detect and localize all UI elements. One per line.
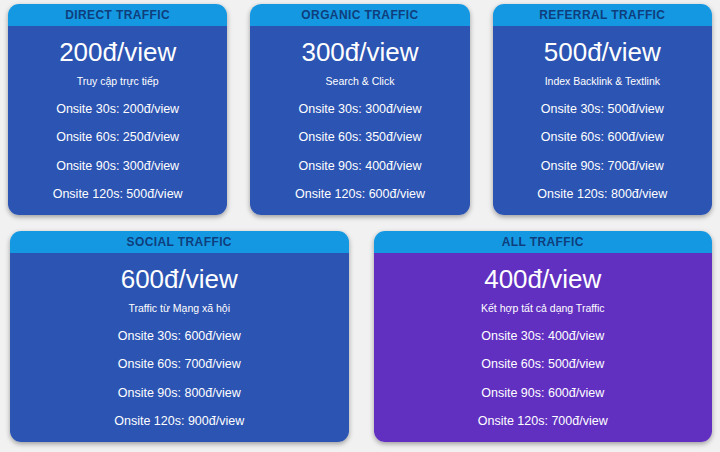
pricing-row-bottom: SOCIAL TRAFFIC 600đ/view Traffic từ Mạng… — [8, 231, 712, 442]
card-price: 300đ/view — [250, 37, 469, 67]
card-rate-onsite-30s: Onsite 30s: 200đ/view — [8, 103, 227, 116]
card-body: 600đ/view Traffic từ Mạng xã hội Onsite … — [10, 253, 349, 442]
card-subtitle: Traffic từ Mạng xã hội — [10, 302, 349, 314]
card-rate-onsite-120s: Onsite 120s: 500đ/view — [8, 188, 227, 201]
card-rate-onsite-90s: Onsite 90s: 400đ/view — [250, 160, 469, 173]
card-rate-onsite-60s: Onsite 60s: 500đ/view — [374, 358, 713, 371]
card-rate-onsite-60s: Onsite 60s: 600đ/view — [493, 131, 712, 144]
pricing-card-organic-traffic: ORGANIC TRAFFIC 300đ/view Search & Click… — [250, 4, 469, 215]
card-subtitle: Truy cập trực tiếp — [8, 75, 227, 87]
card-rate-onsite-120s: Onsite 120s: 700đ/view — [374, 415, 713, 428]
pricing-card-referral-traffic: REFERRAL TRAFFIC 500đ/view Index Backlin… — [493, 4, 712, 215]
card-body: 200đ/view Truy cập trực tiếp Onsite 30s:… — [8, 26, 227, 215]
card-rate-onsite-120s: Onsite 120s: 600đ/view — [250, 188, 469, 201]
card-title: REFERRAL TRAFFIC — [493, 4, 712, 26]
card-rate-onsite-30s: Onsite 30s: 500đ/view — [493, 103, 712, 116]
card-body: 500đ/view Index Backlink & Textlink Onsi… — [493, 26, 712, 215]
card-title: ALL TRAFFIC — [374, 231, 713, 253]
card-title: ORGANIC TRAFFIC — [250, 4, 469, 26]
pricing-card-all-traffic: ALL TRAFFIC 400đ/view Kết hợp tất cả dạn… — [374, 231, 713, 442]
card-price: 600đ/view — [10, 264, 349, 294]
card-price: 400đ/view — [374, 264, 713, 294]
card-rate-onsite-60s: Onsite 60s: 700đ/view — [10, 358, 349, 371]
card-rate-onsite-120s: Onsite 120s: 900đ/view — [10, 415, 349, 428]
card-rate-onsite-120s: Onsite 120s: 800đ/view — [493, 188, 712, 201]
card-subtitle: Search & Click — [250, 75, 469, 87]
card-rate-onsite-30s: Onsite 30s: 400đ/view — [374, 330, 713, 343]
card-rate-onsite-30s: Onsite 30s: 300đ/view — [250, 103, 469, 116]
card-rate-onsite-90s: Onsite 90s: 700đ/view — [493, 160, 712, 173]
card-rate-onsite-60s: Onsite 60s: 250đ/view — [8, 131, 227, 144]
card-rate-onsite-90s: Onsite 90s: 800đ/view — [10, 387, 349, 400]
card-price: 200đ/view — [8, 37, 227, 67]
card-body: 400đ/view Kết hợp tất cả dạng Traffic On… — [374, 253, 713, 442]
card-rate-onsite-30s: Onsite 30s: 600đ/view — [10, 330, 349, 343]
card-subtitle: Index Backlink & Textlink — [493, 75, 712, 87]
card-price: 500đ/view — [493, 37, 712, 67]
card-rate-onsite-60s: Onsite 60s: 350đ/view — [250, 131, 469, 144]
card-rate-onsite-90s: Onsite 90s: 600đ/view — [374, 387, 713, 400]
pricing-card-social-traffic: SOCIAL TRAFFIC 600đ/view Traffic từ Mạng… — [10, 231, 349, 442]
pricing-card-direct-traffic: DIRECT TRAFFIC 200đ/view Truy cập trực t… — [8, 4, 227, 215]
card-title: DIRECT TRAFFIC — [8, 4, 227, 26]
pricing-row-top: DIRECT TRAFFIC 200đ/view Truy cập trực t… — [8, 4, 712, 215]
card-title: SOCIAL TRAFFIC — [10, 231, 349, 253]
card-subtitle: Kết hợp tất cả dạng Traffic — [374, 302, 713, 314]
pricing-grid: DIRECT TRAFFIC 200đ/view Truy cập trực t… — [0, 0, 720, 452]
card-body: 300đ/view Search & Click Onsite 30s: 300… — [250, 26, 469, 215]
card-rate-onsite-90s: Onsite 90s: 300đ/view — [8, 160, 227, 173]
